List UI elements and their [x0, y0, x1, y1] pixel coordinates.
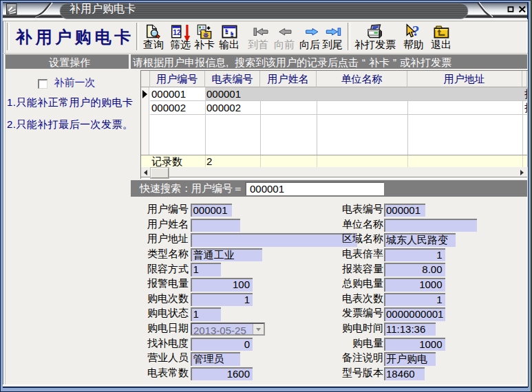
svg-text:12: 12 [173, 28, 181, 36]
svg-text:补用户购电卡: 补用户购电卡 [69, 3, 136, 14]
